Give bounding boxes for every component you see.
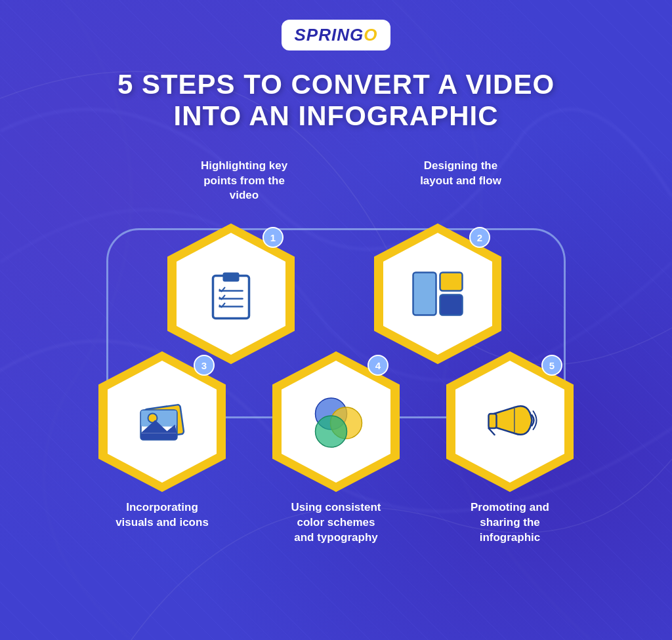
svg-rect-20 (141, 433, 177, 440)
hex-step1: 1 (165, 222, 297, 366)
step4-icon (308, 395, 364, 448)
step1-icon (207, 266, 256, 322)
step5-label: Promoting and sharing the infographic (441, 500, 579, 546)
main-content: SPRINGO 5 STEPS TO CONVERT A VIDEO INTO … (0, 0, 672, 550)
svg-line-30 (489, 428, 495, 435)
logo-text: SPRINGO (295, 25, 378, 45)
hex-step5: 5 (441, 350, 579, 546)
labels-row1: Highlighting key points from the video D… (100, 159, 572, 204)
hex4-shape: 4 (270, 350, 402, 494)
step5-icon (482, 395, 538, 448)
step2-icon (410, 270, 466, 319)
step3-icon (135, 397, 190, 447)
hex-step4: 4 Using consistent color schemes (267, 350, 405, 546)
step2-label-top: Designing the layout and flow (388, 159, 533, 189)
step3-label: Incorporating visuals and icons (93, 500, 231, 530)
svg-rect-29 (489, 414, 497, 428)
hex2-shape: 2 (372, 222, 503, 366)
page-title: 5 STEPS TO CONVERT A VIDEO INTO AN INFOG… (117, 69, 555, 132)
step1-label-top: Highlighting key points from the video (172, 159, 316, 204)
logo-o: O (364, 25, 377, 45)
hex5-shape: 5 (444, 350, 576, 494)
hex-step2: 2 (372, 222, 503, 366)
svg-rect-10 (440, 273, 463, 291)
svg-point-25 (316, 416, 347, 447)
logo-spring: SPRING (295, 25, 364, 45)
logo: SPRINGO (282, 20, 391, 50)
svg-rect-11 (440, 295, 463, 315)
svg-rect-9 (413, 273, 436, 315)
hex-step3: 3 (93, 350, 231, 530)
hex1-shape: 1 (165, 222, 297, 366)
svg-rect-2 (213, 276, 249, 319)
svg-rect-3 (223, 273, 240, 282)
step4-label: Using consistent color schemes and typog… (267, 500, 405, 546)
hex3-shape: 3 (96, 350, 228, 494)
hex-grid: 1 (80, 209, 592, 550)
